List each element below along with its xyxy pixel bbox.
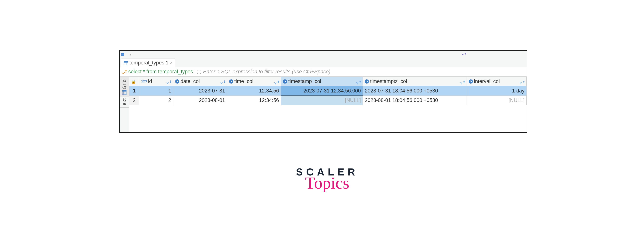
top-strip: ◂ ▴ ▾	[120, 51, 526, 58]
column-header-id[interactable]: 123id▴▾	[139, 77, 173, 86]
sort-icon[interactable]: ▴▾	[224, 80, 225, 83]
results-table: 🔒 123id▴▾ date_col▴▾ time_col▴▾ timestam…	[129, 77, 526, 105]
sql-filter-bar: ◡T select * from temporal_types Enter a …	[120, 67, 526, 77]
result-tab-bar: temporal_types 1 ×	[120, 58, 526, 67]
grid-body: Grid ext 🔒 123id▴▾ date_	[120, 77, 526, 132]
scaler-topics-logo: SCALER Topics	[295, 166, 360, 190]
grid-icon	[124, 61, 128, 65]
table-row[interactable]: 2 2 2023-08-01 12:34:56 [NULL] 2023-08-0…	[129, 96, 526, 105]
filter-icon[interactable]	[356, 80, 359, 83]
data-grid[interactable]: 🔒 123id▴▾ date_col▴▾ time_col▴▾ timestam…	[129, 77, 526, 132]
row-number[interactable]: 1	[129, 86, 139, 96]
sort-icon[interactable]: ▴▾	[360, 80, 361, 83]
sort-icon[interactable]: ▴▾	[523, 80, 524, 83]
divider	[195, 69, 195, 75]
cell-interval[interactable]: 1 day	[466, 86, 526, 96]
row-number[interactable]: 2	[129, 96, 139, 105]
sort-icon[interactable]: ▴▾	[278, 80, 279, 83]
column-header-timestamp[interactable]: timestamp_col▴▾	[281, 77, 363, 86]
clock-icon	[175, 79, 179, 84]
clock-icon	[229, 79, 233, 84]
close-tab-icon[interactable]: ×	[170, 61, 172, 65]
sort-icon[interactable]: ▴▾	[170, 80, 171, 83]
side-tab-text[interactable]: ext	[120, 97, 129, 108]
cell-id[interactable]: 2	[139, 96, 173, 105]
cell-id[interactable]: 1	[139, 86, 173, 96]
filter-icon[interactable]	[460, 80, 462, 83]
svg-rect-14	[122, 90, 126, 92]
cell-time[interactable]: 12:34:56	[227, 86, 281, 96]
svg-rect-2	[122, 55, 124, 55]
panel-down-icon[interactable]: ▾	[465, 52, 466, 55]
filter-icon[interactable]	[274, 80, 277, 83]
numeric-type-icon: 123	[141, 79, 147, 83]
cell-timestamptz[interactable]: 2023-08-01 18:04:56.000 +0530	[363, 96, 466, 105]
cell-timestamp[interactable]: 2023-07-31 12:34:56.000	[281, 86, 363, 96]
svg-rect-1	[122, 54, 124, 54]
scroll-left-arrow[interactable]: ◂	[130, 53, 131, 57]
sql-query-text[interactable]: select * from temporal_types	[128, 69, 193, 75]
panel-up-icon[interactable]: ▴	[462, 52, 464, 55]
cell-interval[interactable]: [NULL]	[466, 96, 526, 105]
cell-timestamptz[interactable]: 2023-07-31 18:04:56.000 +0530	[363, 86, 466, 96]
sql-filter-input[interactable]: Enter a SQL expression to filter results…	[203, 69, 330, 75]
column-header-timestamptz[interactable]: timestamptz_col▴▾	[363, 77, 466, 86]
header-row: 🔒 123id▴▾ date_col▴▾ time_col▴▾ timestam…	[129, 77, 526, 86]
cell-time[interactable]: 12:34:56	[227, 96, 281, 105]
dbeaver-results-panel: ◂ ▴ ▾ temporal_types 1 × ◡T select * fro…	[119, 50, 527, 133]
table-icon-small	[121, 53, 124, 56]
column-header-date[interactable]: date_col▴▾	[173, 77, 227, 86]
cell-date[interactable]: 2023-08-01	[173, 96, 227, 105]
cell-timestamp[interactable]: [NULL]	[281, 96, 363, 105]
column-header-time[interactable]: time_col▴▾	[227, 77, 281, 86]
sort-icon[interactable]: ▴▾	[463, 80, 465, 83]
column-header-interval[interactable]: interval_col▴▾	[466, 77, 526, 86]
cell-date[interactable]: 2023-07-31	[173, 86, 227, 96]
filter-icon[interactable]	[520, 80, 522, 83]
side-tab-grid[interactable]: Grid	[120, 77, 129, 97]
clock-icon	[365, 79, 369, 84]
sql-query-display: ◡T select * from temporal_types	[122, 69, 193, 75]
clock-icon	[283, 79, 287, 84]
table-row[interactable]: 1 1 2023-07-31 12:34:56 2023-07-31 12:34…	[129, 86, 526, 96]
panel-toggle-arrows[interactable]: ▴ ▾	[462, 52, 466, 55]
result-tab-label: temporal_types 1	[129, 60, 168, 66]
filter-icon[interactable]	[166, 80, 169, 83]
filter-icon[interactable]	[220, 80, 223, 83]
svg-rect-8	[124, 61, 128, 62]
clock-icon	[469, 79, 473, 84]
result-tab[interactable]: temporal_types 1 ×	[121, 59, 175, 67]
lock-icon: 🔒	[131, 80, 136, 84]
grid-icon	[122, 90, 126, 94]
sql-script-icon: ◡T	[122, 70, 127, 74]
expand-icon[interactable]	[197, 70, 201, 74]
side-tabs: Grid ext	[120, 77, 129, 132]
rownum-header[interactable]: 🔒	[129, 77, 139, 86]
